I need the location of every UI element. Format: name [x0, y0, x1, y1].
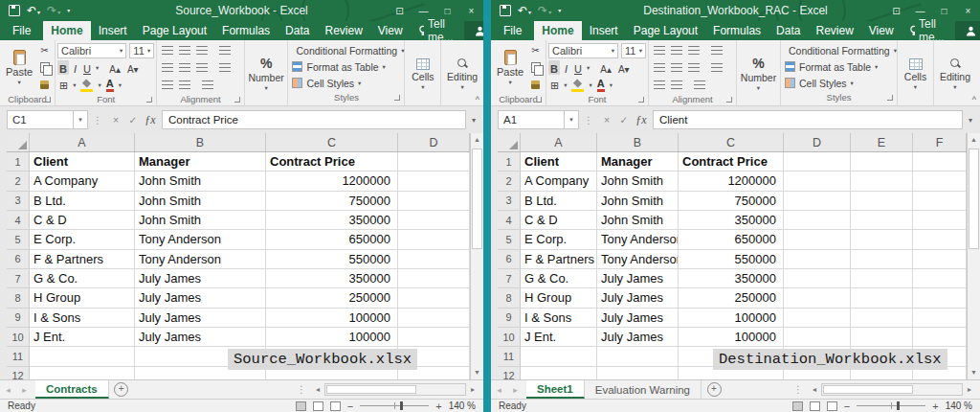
- cell-B10[interactable]: July James: [135, 328, 266, 347]
- cell-F9[interactable]: [913, 309, 967, 328]
- cell-A2[interactable]: A Company: [30, 172, 135, 191]
- cell-F7[interactable]: [913, 269, 967, 288]
- row-header-3[interactable]: 3: [498, 192, 521, 211]
- cut-button[interactable]: ✂: [38, 44, 55, 57]
- cell-B3[interactable]: John Smith: [135, 192, 266, 211]
- cell-B11[interactable]: [597, 347, 679, 366]
- row-header-10[interactable]: 10: [7, 328, 30, 347]
- cell-styles-button[interactable]: Cell Styles▾: [783, 75, 895, 91]
- underline-button[interactable]: U: [572, 60, 584, 75]
- cell-B12[interactable]: [597, 367, 679, 379]
- decrease-font-size-button[interactable]: A▾: [616, 60, 632, 75]
- cut-button[interactable]: ✂: [529, 44, 546, 57]
- share-button[interactable]: Share: [955, 21, 980, 40]
- wrap-text-icon[interactable]: [219, 46, 231, 55]
- sheet-nav-prev-icon[interactable]: ◂: [491, 380, 507, 399]
- cell-B1[interactable]: Manager: [597, 152, 679, 172]
- horizontal-scrollbar-thumb[interactable]: [823, 385, 913, 394]
- cell-F5[interactable]: [913, 230, 967, 249]
- formula-bar-expand-icon[interactable]: ▾: [963, 116, 978, 125]
- italic-button[interactable]: I: [563, 60, 569, 75]
- cell-F2[interactable]: [913, 172, 967, 191]
- vertical-scrollbar[interactable]: ▲ ▼: [967, 133, 980, 379]
- decrease-indent-icon[interactable]: [162, 80, 173, 89]
- enter-icon[interactable]: ✓: [124, 114, 142, 126]
- row-header-6[interactable]: 6: [7, 250, 30, 269]
- scroll-up-icon[interactable]: ▲: [471, 133, 483, 147]
- row-header-1[interactable]: 1: [7, 152, 30, 172]
- cell-C9[interactable]: 100000: [266, 309, 398, 328]
- column-header-C[interactable]: C: [266, 133, 398, 151]
- align-right-icon[interactable]: [688, 63, 700, 72]
- zoom-in-button[interactable]: +: [932, 401, 938, 411]
- cell-B6[interactable]: Tony Anderson: [597, 250, 679, 269]
- scroll-down-icon[interactable]: ▼: [471, 366, 483, 379]
- underline-button[interactable]: U: [81, 60, 93, 75]
- cell-A8[interactable]: H Group: [30, 288, 135, 308]
- zoom-out-button[interactable]: −: [347, 401, 353, 411]
- format-painter-button[interactable]: [529, 78, 546, 91]
- cell-A4[interactable]: C & D: [30, 211, 135, 230]
- row-header-4[interactable]: 4: [7, 211, 30, 230]
- cell-A5[interactable]: E Corp.: [30, 230, 135, 249]
- tab-file[interactable]: File: [0, 21, 43, 40]
- sheet-nav-next-icon[interactable]: ▸: [507, 380, 523, 399]
- insert-function-icon[interactable]: ƒx: [633, 113, 650, 127]
- clipboard-dialog-launcher[interactable]: [45, 97, 51, 103]
- font-color-button[interactable]: A: [595, 78, 607, 92]
- tab-insert[interactable]: Insert: [582, 21, 626, 40]
- cell-F1[interactable]: [913, 152, 967, 172]
- cell-D4[interactable]: [784, 211, 851, 230]
- row-header-11[interactable]: 11: [498, 347, 521, 366]
- cell-D5[interactable]: [784, 230, 851, 249]
- align-center-icon[interactable]: [179, 63, 190, 72]
- cell-D7[interactable]: [784, 269, 851, 288]
- row-header-8[interactable]: 8: [498, 288, 521, 308]
- share-button[interactable]: Share: [464, 21, 483, 40]
- new-sheet-button[interactable]: +: [702, 380, 726, 399]
- cell-B9[interactable]: July James: [135, 309, 266, 328]
- insert-function-icon[interactable]: ƒx: [142, 113, 159, 127]
- normal-view-button[interactable]: [296, 401, 306, 411]
- wrap-text-icon[interactable]: [711, 46, 723, 55]
- fill-color-button[interactable]: [569, 78, 586, 92]
- align-left-icon[interactable]: [162, 63, 173, 72]
- horizontal-scrollbar-thumb[interactable]: [326, 385, 416, 394]
- cell-A3[interactable]: B Ltd.: [30, 192, 135, 211]
- tab-file[interactable]: File: [491, 21, 534, 40]
- cell-C10[interactable]: 100000: [266, 328, 398, 347]
- cell-C10[interactable]: 100000: [679, 328, 784, 347]
- cell-C3[interactable]: 750000: [266, 192, 398, 211]
- collapse-ribbon-icon[interactable]: ^: [476, 95, 479, 104]
- row-header-12[interactable]: 12: [498, 367, 521, 379]
- cell-C2[interactable]: 1200000: [679, 172, 784, 191]
- cell-A10[interactable]: J Ent.: [30, 328, 135, 347]
- paste-button[interactable]: Paste ▾: [493, 42, 527, 93]
- tab-formulas[interactable]: Formulas: [705, 21, 768, 40]
- tab-insert[interactable]: Insert: [91, 21, 135, 40]
- row-header-2[interactable]: 2: [498, 172, 521, 191]
- cell-B7[interactable]: July James: [135, 269, 266, 288]
- new-sheet-button[interactable]: +: [109, 380, 134, 399]
- cell-B8[interactable]: July James: [597, 288, 679, 308]
- cell-D3[interactable]: [784, 192, 851, 211]
- paste-button[interactable]: Paste ▾: [2, 42, 36, 93]
- cell-D7[interactable]: [398, 269, 470, 288]
- align-bottom-icon[interactable]: [688, 46, 700, 55]
- vertical-scrollbar-thumb[interactable]: [472, 149, 482, 249]
- cell-E10[interactable]: [851, 328, 913, 347]
- cell-D9[interactable]: [398, 309, 470, 328]
- cell-A6[interactable]: F & Partners: [30, 250, 135, 269]
- cell-A2[interactable]: A Company: [521, 172, 597, 191]
- cell-B6[interactable]: Tony Anderson: [135, 250, 266, 269]
- cell-C6[interactable]: 550000: [266, 250, 398, 269]
- cell-styles-button[interactable]: Cell Styles▾: [290, 75, 402, 91]
- cell-A12[interactable]: [521, 367, 597, 379]
- minimize-button[interactable]: —: [908, 0, 932, 21]
- hscroll-left-icon[interactable]: ◂: [311, 385, 324, 394]
- row-header-7[interactable]: 7: [7, 269, 30, 288]
- tab-review[interactable]: Review: [317, 21, 369, 40]
- align-bottom-icon[interactable]: [196, 46, 208, 55]
- tab-review[interactable]: Review: [808, 21, 860, 40]
- sheet-tab-evaluation-warning[interactable]: Evaluation Warning: [585, 380, 702, 399]
